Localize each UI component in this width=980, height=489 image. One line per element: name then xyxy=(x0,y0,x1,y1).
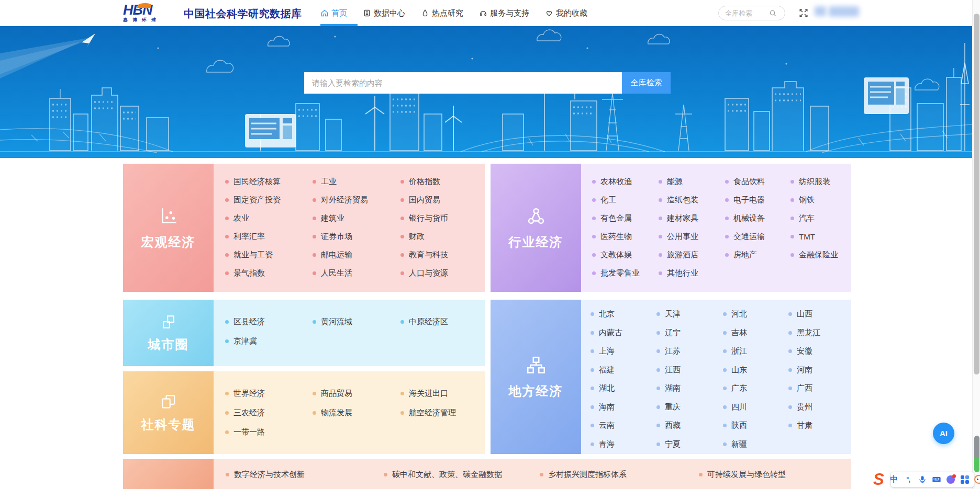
category-link[interactable]: 航空经济管理 xyxy=(400,403,485,423)
category-link[interactable]: 世界经济 xyxy=(225,384,313,403)
category-link[interactable]: 价格指数 xyxy=(400,173,485,191)
category-link[interactable]: TMT xyxy=(790,228,851,246)
microphone-icon[interactable] xyxy=(918,475,927,484)
category-link[interactable]: 广西 xyxy=(788,379,851,398)
user-avatar-blurred[interactable] xyxy=(815,6,826,16)
category-link[interactable]: 固定资产投资 xyxy=(225,191,313,209)
category-link[interactable]: 新疆 xyxy=(723,435,788,454)
category-link[interactable]: 北京 xyxy=(591,305,656,324)
emoji-icon[interactable] xyxy=(974,475,980,484)
category-link[interactable]: 证券市场 xyxy=(313,228,400,246)
category-link[interactable]: 人口与资源 xyxy=(400,264,485,282)
category-card-macro-economy[interactable]: 宏观经济 xyxy=(123,164,214,292)
hero-search-button[interactable]: 全库检索 xyxy=(622,72,671,94)
category-card-industry-economy[interactable]: 行业经济 xyxy=(491,164,581,292)
category-link[interactable]: 湖南 xyxy=(656,379,723,398)
nav-item-hot-research[interactable]: 热点研究 xyxy=(421,0,463,26)
category-link[interactable]: 能源 xyxy=(659,173,725,191)
category-link[interactable]: 天津 xyxy=(656,305,723,324)
category-link[interactable]: 化工 xyxy=(592,191,659,209)
category-link[interactable]: 海南 xyxy=(591,398,656,417)
category-link[interactable]: 有色金属 xyxy=(592,209,659,228)
category-link[interactable]: 建材家具 xyxy=(659,209,725,228)
category-link[interactable]: 区县经济 xyxy=(225,312,313,332)
nav-item-favorites[interactable]: 我的收藏 xyxy=(545,0,587,26)
category-link[interactable]: 内蒙古 xyxy=(591,324,656,343)
category-link[interactable]: 利率汇率 xyxy=(225,228,313,246)
category-link[interactable]: 江西 xyxy=(656,361,723,380)
category-link[interactable]: 云南 xyxy=(591,416,656,435)
category-link[interactable]: 福建 xyxy=(591,361,656,380)
category-link[interactable]: 纺织服装 xyxy=(790,173,851,191)
category-link[interactable]: 贵州 xyxy=(788,398,851,417)
category-link[interactable]: 农林牧渔 xyxy=(592,173,659,191)
category-link[interactable]: 山东 xyxy=(723,361,788,380)
category-link[interactable]: 教育与科技 xyxy=(400,246,485,264)
category-link[interactable]: 中原经济区 xyxy=(400,312,485,332)
category-link[interactable]: 钢铁 xyxy=(790,191,851,209)
category-link[interactable]: 乡村振兴测度指标体系 xyxy=(540,465,699,484)
category-link[interactable]: 物流发展 xyxy=(313,403,400,423)
category-link[interactable]: 一带一路 xyxy=(225,423,313,442)
ime-chinese-mode-icon[interactable]: 中 xyxy=(889,475,899,484)
category-link[interactable]: 财政 xyxy=(400,228,485,246)
category-link[interactable]: 浙江 xyxy=(723,342,788,361)
category-link[interactable]: 河南 xyxy=(788,361,851,380)
scrollbar-thumb[interactable] xyxy=(974,14,979,374)
nav-item-home[interactable]: 首页 xyxy=(320,0,347,26)
site-logo[interactable]: HBN 嘉博环球 xyxy=(123,3,168,23)
category-link[interactable]: 文教体娱 xyxy=(592,246,659,264)
category-link[interactable]: 食品饮料 xyxy=(725,173,790,191)
category-link[interactable]: 电子电器 xyxy=(725,191,790,209)
category-link[interactable]: 广东 xyxy=(723,379,788,398)
category-link[interactable]: 江苏 xyxy=(656,342,723,361)
ai-assistant-button[interactable]: AI xyxy=(933,423,954,444)
category-link[interactable]: 可持续发展与绿色转型 xyxy=(699,465,851,484)
category-link[interactable]: 汽车 xyxy=(790,209,851,228)
category-link[interactable]: 辽宁 xyxy=(656,324,723,343)
category-link[interactable]: 黑龙江 xyxy=(788,324,851,343)
category-link[interactable]: 其他行业 xyxy=(659,264,725,282)
category-link[interactable]: 景气指数 xyxy=(225,264,313,282)
keyboard-icon[interactable] xyxy=(932,475,941,484)
category-link[interactable]: 湖北 xyxy=(591,379,656,398)
category-link[interactable]: 京津冀 xyxy=(225,332,313,351)
category-link[interactable]: 交通运输 xyxy=(725,228,790,246)
category-link[interactable]: 房地产 xyxy=(725,246,790,264)
hero-search-input[interactable] xyxy=(304,72,622,94)
category-link[interactable]: 批发零售业 xyxy=(592,264,659,282)
category-link[interactable]: 西藏 xyxy=(656,416,723,435)
category-link[interactable]: 山西 xyxy=(788,305,851,324)
category-link[interactable]: 青海 xyxy=(591,435,656,454)
toolbox-icon[interactable] xyxy=(960,475,970,484)
category-link[interactable]: 重庆 xyxy=(656,398,723,417)
category-link[interactable]: 吉林 xyxy=(723,324,788,343)
category-link[interactable]: 公用事业 xyxy=(659,228,725,246)
category-link[interactable]: 农业 xyxy=(225,209,313,228)
search-icon[interactable] xyxy=(769,9,777,17)
category-link[interactable]: 国民经济核算 xyxy=(225,173,313,191)
category-card-city-circle[interactable]: 城市圈 xyxy=(123,300,214,366)
category-link[interactable]: 数字经济与技术创新 xyxy=(226,465,384,484)
category-link[interactable]: 旅游酒店 xyxy=(659,246,725,264)
category-link[interactable]: 机械设备 xyxy=(725,209,790,228)
user-account-blurred[interactable] xyxy=(829,6,859,17)
category-link[interactable]: 碳中和文献、政策、碳金融数据 xyxy=(384,465,540,484)
category-link[interactable]: 金融保险业 xyxy=(790,246,851,264)
sogou-logo-icon[interactable]: S xyxy=(873,472,884,487)
category-link[interactable]: 宁夏 xyxy=(656,435,723,454)
category-link[interactable]: 四川 xyxy=(723,398,788,417)
category-link[interactable]: 安徽 xyxy=(788,342,851,361)
category-link[interactable]: 上海 xyxy=(591,342,656,361)
category-link[interactable]: 商品贸易 xyxy=(313,384,400,403)
category-link[interactable]: 建筑业 xyxy=(313,209,400,228)
category-link[interactable]: 邮电运输 xyxy=(313,246,400,264)
skin-theme-icon[interactable] xyxy=(946,475,955,484)
navbar-search-input[interactable] xyxy=(725,9,769,17)
category-link[interactable]: 河北 xyxy=(723,305,788,324)
category-link[interactable]: 造纸包装 xyxy=(659,191,725,209)
category-card-special-topics[interactable] xyxy=(123,459,214,489)
nav-item-data-center[interactable]: 数据中心 xyxy=(363,0,405,26)
category-link[interactable]: 国内贸易 xyxy=(400,191,485,209)
category-link[interactable]: 银行与货币 xyxy=(400,209,485,228)
